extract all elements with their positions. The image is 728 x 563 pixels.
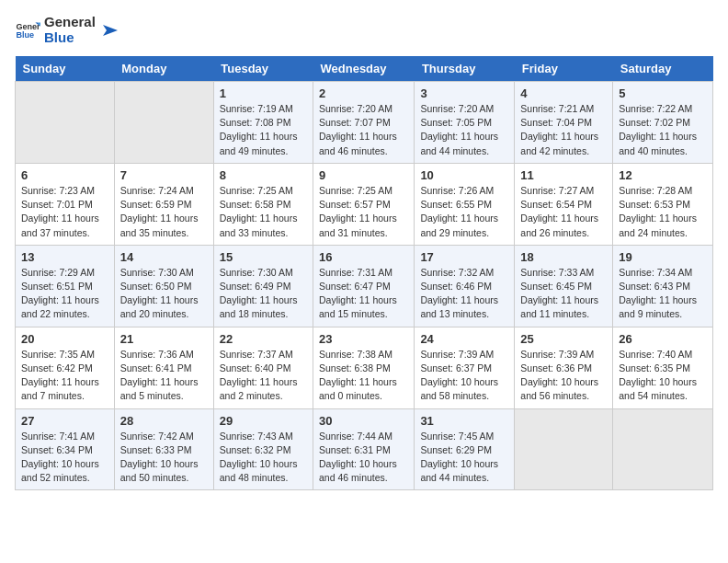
calendar-cell: 19Sunrise: 7:34 AM Sunset: 6:43 PM Dayli… [613,245,713,327]
header: General Blue General Blue [15,15,713,45]
logo-icon: General Blue [15,17,40,43]
day-number: 25 [520,332,607,346]
day-header-friday: Friday [515,56,613,82]
day-info: Sunrise: 7:24 AM Sunset: 6:59 PM Dayligh… [120,184,208,240]
calendar-cell [16,82,115,164]
week-row-4: 27Sunrise: 7:41 AM Sunset: 6:34 PM Dayli… [16,408,713,490]
calendar-cell: 3Sunrise: 7:20 AM Sunset: 7:05 PM Daylig… [415,82,515,164]
day-info: Sunrise: 7:22 AM Sunset: 7:02 PM Dayligh… [619,102,707,158]
day-header-tuesday: Tuesday [213,56,313,82]
day-info: Sunrise: 7:40 AM Sunset: 6:35 PM Dayligh… [619,348,707,404]
day-info: Sunrise: 7:39 AM Sunset: 6:36 PM Dayligh… [520,348,607,404]
day-info: Sunrise: 7:23 AM Sunset: 7:01 PM Dayligh… [21,184,108,240]
calendar-cell: 25Sunrise: 7:39 AM Sunset: 6:36 PM Dayli… [515,327,613,408]
week-row-0: 1Sunrise: 7:19 AM Sunset: 7:08 PM Daylig… [16,82,713,164]
day-info: Sunrise: 7:35 AM Sunset: 6:42 PM Dayligh… [21,348,108,404]
day-number: 16 [319,250,408,264]
day-info: Sunrise: 7:27 AM Sunset: 6:54 PM Dayligh… [520,184,607,240]
day-number: 23 [319,332,408,346]
week-row-3: 20Sunrise: 7:35 AM Sunset: 6:42 PM Dayli… [16,327,713,408]
day-number: 19 [619,250,707,264]
days-header-row: SundayMondayTuesdayWednesdayThursdayFrid… [16,56,713,82]
day-number: 8 [220,168,307,182]
calendar-cell: 7Sunrise: 7:24 AM Sunset: 6:59 PM Daylig… [114,163,213,245]
day-header-thursday: Thursday [415,56,515,82]
day-number: 17 [420,250,508,264]
calendar-cell: 31Sunrise: 7:45 AM Sunset: 6:29 PM Dayli… [415,408,515,490]
day-info: Sunrise: 7:36 AM Sunset: 6:41 PM Dayligh… [120,348,208,404]
calendar-cell: 30Sunrise: 7:44 AM Sunset: 6:31 PM Dayli… [313,408,415,490]
calendar-cell [114,82,213,164]
day-info: Sunrise: 7:20 AM Sunset: 7:07 PM Dayligh… [319,102,408,158]
day-info: Sunrise: 7:25 AM Sunset: 6:58 PM Dayligh… [220,184,307,240]
day-info: Sunrise: 7:34 AM Sunset: 6:43 PM Dayligh… [619,266,707,322]
day-info: Sunrise: 7:44 AM Sunset: 6:31 PM Dayligh… [319,430,408,486]
day-info: Sunrise: 7:30 AM Sunset: 6:49 PM Dayligh… [220,266,307,322]
day-number: 22 [220,332,307,346]
calendar-cell: 24Sunrise: 7:39 AM Sunset: 6:37 PM Dayli… [415,327,515,408]
day-info: Sunrise: 7:20 AM Sunset: 7:05 PM Dayligh… [420,102,508,158]
day-number: 30 [319,414,408,428]
day-number: 11 [520,168,607,182]
calendar-cell: 13Sunrise: 7:29 AM Sunset: 6:51 PM Dayli… [16,245,115,327]
day-info: Sunrise: 7:30 AM Sunset: 6:50 PM Dayligh… [120,266,208,322]
day-number: 24 [420,332,508,346]
calendar-cell: 14Sunrise: 7:30 AM Sunset: 6:50 PM Dayli… [114,245,213,327]
calendar-cell: 22Sunrise: 7:37 AM Sunset: 6:40 PM Dayli… [213,327,313,408]
day-number: 7 [120,168,208,182]
day-number: 2 [319,86,408,100]
calendar-cell: 4Sunrise: 7:21 AM Sunset: 7:04 PM Daylig… [515,82,613,164]
calendar-cell: 20Sunrise: 7:35 AM Sunset: 6:42 PM Dayli… [16,327,115,408]
day-number: 6 [21,168,108,182]
day-info: Sunrise: 7:26 AM Sunset: 6:55 PM Dayligh… [420,184,508,240]
calendar-cell: 10Sunrise: 7:26 AM Sunset: 6:55 PM Dayli… [415,163,515,245]
day-header-wednesday: Wednesday [313,56,415,82]
day-info: Sunrise: 7:42 AM Sunset: 6:33 PM Dayligh… [120,430,208,486]
day-info: Sunrise: 7:19 AM Sunset: 7:08 PM Dayligh… [220,102,307,158]
calendar-cell: 8Sunrise: 7:25 AM Sunset: 6:58 PM Daylig… [213,163,313,245]
day-number: 21 [120,332,208,346]
day-number: 20 [21,332,108,346]
day-info: Sunrise: 7:29 AM Sunset: 6:51 PM Dayligh… [21,266,108,322]
day-info: Sunrise: 7:39 AM Sunset: 6:37 PM Dayligh… [420,348,508,404]
day-number: 27 [21,414,108,428]
calendar-cell: 5Sunrise: 7:22 AM Sunset: 7:02 PM Daylig… [613,82,713,164]
day-info: Sunrise: 7:45 AM Sunset: 6:29 PM Dayligh… [420,430,508,486]
calendar-cell: 16Sunrise: 7:31 AM Sunset: 6:47 PM Dayli… [313,245,415,327]
day-number: 10 [420,168,508,182]
day-number: 3 [420,86,508,100]
week-row-2: 13Sunrise: 7:29 AM Sunset: 6:51 PM Dayli… [16,245,713,327]
day-info: Sunrise: 7:37 AM Sunset: 6:40 PM Dayligh… [220,348,307,404]
logo-line1: General [44,15,96,30]
calendar-cell [613,408,713,490]
calendar-cell: 2Sunrise: 7:20 AM Sunset: 7:07 PM Daylig… [313,82,415,164]
day-info: Sunrise: 7:32 AM Sunset: 6:46 PM Dayligh… [420,266,508,322]
day-number: 28 [120,414,208,428]
calendar-cell: 29Sunrise: 7:43 AM Sunset: 6:32 PM Dayli… [213,408,313,490]
calendar-cell: 15Sunrise: 7:30 AM Sunset: 6:49 PM Dayli… [213,245,313,327]
day-number: 5 [619,86,707,100]
calendar-cell: 12Sunrise: 7:28 AM Sunset: 6:53 PM Dayli… [613,163,713,245]
day-info: Sunrise: 7:41 AM Sunset: 6:34 PM Dayligh… [21,430,108,486]
calendar-cell: 21Sunrise: 7:36 AM Sunset: 6:41 PM Dayli… [114,327,213,408]
calendar-cell: 18Sunrise: 7:33 AM Sunset: 6:45 PM Dayli… [515,245,613,327]
day-number: 1 [220,86,307,100]
day-number: 4 [520,86,607,100]
day-number: 9 [319,168,408,182]
day-info: Sunrise: 7:33 AM Sunset: 6:45 PM Dayligh… [520,266,607,322]
svg-text:Blue: Blue [16,30,34,40]
calendar-cell: 26Sunrise: 7:40 AM Sunset: 6:35 PM Dayli… [613,327,713,408]
day-number: 18 [520,250,607,264]
week-row-1: 6Sunrise: 7:23 AM Sunset: 7:01 PM Daylig… [16,163,713,245]
day-info: Sunrise: 7:28 AM Sunset: 6:53 PM Dayligh… [619,184,707,240]
day-number: 12 [619,168,707,182]
day-number: 26 [619,332,707,346]
calendar-cell: 28Sunrise: 7:42 AM Sunset: 6:33 PM Dayli… [114,408,213,490]
svg-marker-4 [103,25,118,36]
calendar-table: SundayMondayTuesdayWednesdayThursdayFrid… [15,56,713,490]
day-number: 15 [220,250,307,264]
calendar-cell: 9Sunrise: 7:25 AM Sunset: 6:57 PM Daylig… [313,163,415,245]
day-number: 29 [220,414,307,428]
day-header-sunday: Sunday [16,56,115,82]
logo-arrow-icon [99,21,118,40]
